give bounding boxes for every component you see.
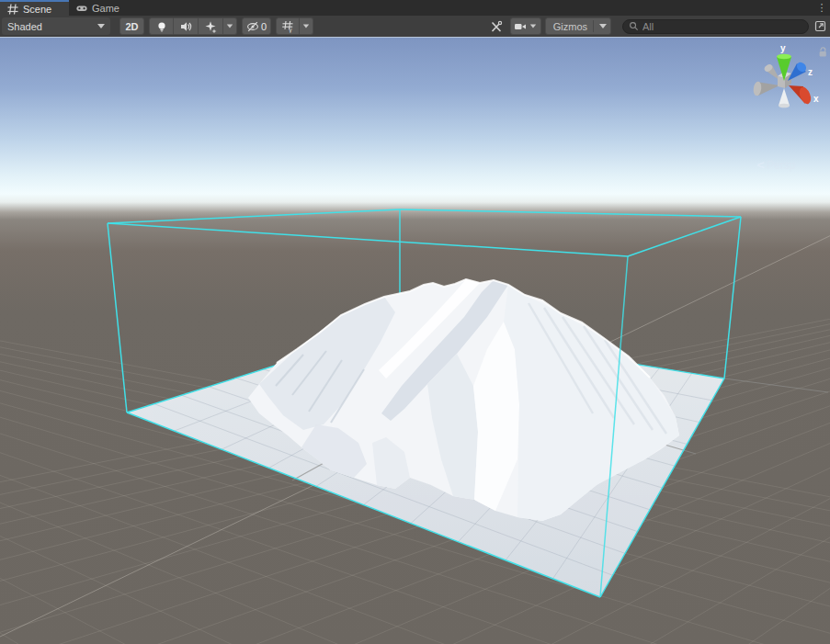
scene-visibility-button[interactable]: 0	[242, 17, 271, 35]
axis-z-handle[interactable]	[788, 61, 808, 81]
grid-settings-dropdown[interactable]	[300, 17, 313, 35]
orientation-gizmo[interactable]: y z x	[741, 43, 827, 128]
component-tools-button[interactable]	[489, 18, 505, 34]
axis-y-label: y	[780, 43, 786, 53]
grid-axis-icon: y	[281, 20, 294, 33]
draw-mode-dropdown[interactable]: Shaded	[2, 17, 110, 35]
scene-toolbar: Shaded 2D	[0, 16, 830, 38]
projection-toggle[interactable]: < Persp	[757, 158, 816, 173]
search-icon	[629, 21, 639, 31]
gamepad-icon	[76, 3, 87, 14]
chevron-down-icon	[97, 24, 105, 28]
axis-x-handle[interactable]	[789, 85, 813, 106]
scene-search-input[interactable]	[642, 21, 802, 32]
gizmos-label: Gizmos	[553, 21, 587, 32]
rotation-lock-icon[interactable]	[817, 46, 829, 58]
hidden-count: 0	[261, 21, 267, 32]
gizmos-dropdown[interactable]: Gizmos	[545, 17, 611, 35]
scene-grid-icon	[7, 4, 18, 15]
chevron-down-icon	[599, 24, 607, 28]
grid-visibility-button[interactable]: y	[276, 17, 300, 35]
tab-game-label: Game	[92, 3, 119, 14]
tab-scene-label: Scene	[23, 4, 51, 15]
kebab-menu-icon[interactable]: ⋮	[815, 1, 828, 15]
chevron-down-icon	[227, 25, 233, 28]
scene-audio-button[interactable]	[174, 17, 199, 35]
divider	[593, 20, 594, 32]
scene-effects-dropdown[interactable]	[223, 17, 237, 35]
maximize-icon	[814, 20, 826, 32]
axis-x-label: x	[813, 94, 819, 104]
scene-3d-content	[0, 38, 830, 644]
tab-strip: Scene Game ⋮	[0, 0, 830, 16]
scene-viewport[interactable]: y z x < Persp	[0, 38, 830, 644]
lightbulb-icon	[155, 20, 168, 33]
chevron-down-icon	[303, 25, 309, 28]
scene-camera-settings-button[interactable]	[510, 17, 541, 35]
chevron-down-icon	[530, 25, 536, 28]
maximize-view-button[interactable]	[813, 18, 828, 34]
scene-effects-button[interactable]	[199, 17, 223, 35]
effects-sparkle-icon	[204, 20, 217, 33]
draw-mode-label: Shaded	[7, 21, 97, 32]
unity-editor-window: Scene Game ⋮ Shaded 2D	[0, 0, 830, 644]
toggle-2d-button[interactable]: 2D	[119, 17, 144, 35]
projection-arrow-icon: <	[756, 159, 764, 172]
projection-label: Persp	[767, 159, 795, 172]
scene-search-box[interactable]	[622, 19, 809, 34]
axis-z-label: z	[808, 67, 813, 77]
scene-lighting-button[interactable]	[149, 17, 174, 35]
camera-icon	[514, 20, 527, 33]
axis-neg-y-handle[interactable]	[779, 88, 790, 107]
speaker-icon	[179, 20, 192, 33]
toggle-2d-label: 2D	[125, 21, 138, 32]
tab-game[interactable]: Game	[69, 0, 131, 16]
tab-scene[interactable]: Scene	[0, 0, 69, 16]
svg-text:y: y	[289, 27, 292, 33]
tools-wrench-icon	[490, 20, 503, 33]
eye-slash-icon	[246, 20, 259, 33]
axis-neg-x-handle[interactable]	[753, 81, 779, 96]
